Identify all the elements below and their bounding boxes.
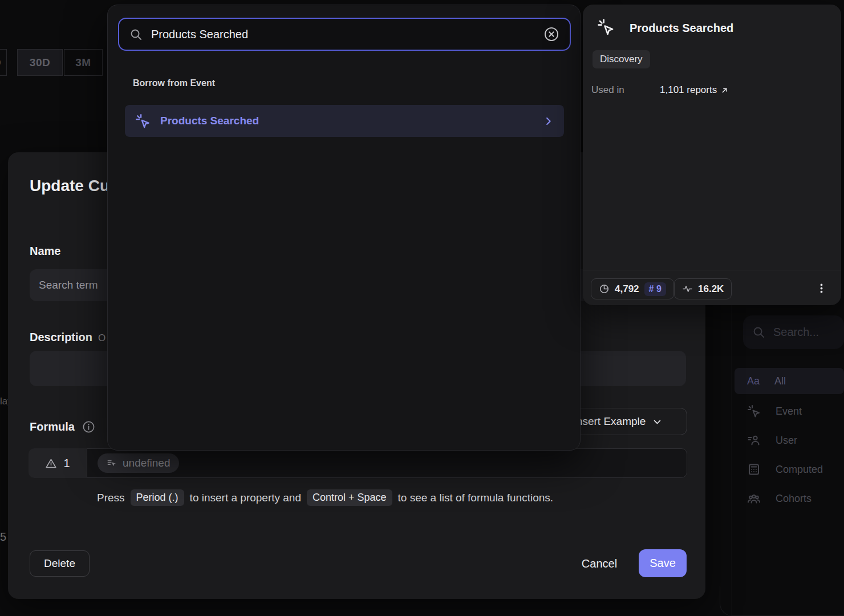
save-button[interactable]: Save [639, 549, 687, 577]
formula-error-indicator[interactable]: 1 [29, 448, 87, 478]
formula-label: Formula [30, 420, 75, 433]
event-result-row[interactable]: Products Searched [125, 105, 564, 137]
search-icon [752, 326, 765, 339]
property-search-input[interactable] [743, 315, 844, 349]
unique-count-chip[interactable]: 4,792 # 9 [591, 278, 674, 299]
rank-badge: # 9 [644, 282, 666, 296]
sidebar-item-label: All [774, 375, 786, 387]
kbd-period: Period (.) [131, 489, 184, 506]
app-screen: D 30D 3M lay 5 Aa All Event User Compute… [0, 0, 844, 616]
description-label: Description [30, 331, 92, 344]
modal-title: Update Cu [30, 177, 109, 195]
sidebar-item-user[interactable]: User [735, 427, 844, 453]
formula-error-count: 1 [63, 457, 70, 470]
used-in-reports-link[interactable]: 1,101 reports [660, 84, 729, 96]
cohorts-icon [747, 492, 761, 505]
time-range-label: 30D [30, 56, 50, 69]
more-options-icon[interactable] [813, 280, 830, 297]
pie-chart-icon [599, 283, 610, 294]
popover-section-label: Borrow from Event [133, 78, 215, 88]
calculator-icon [747, 463, 761, 476]
background-text-fragment: 5 [0, 530, 6, 544]
sidebar-item-cohorts[interactable]: Cohorts [735, 485, 844, 512]
sidebar-item-label: User [776, 435, 797, 447]
sidebar-item-label: Computed [776, 464, 823, 476]
name-label: Name [30, 245, 60, 258]
clear-search-icon[interactable] [543, 26, 559, 42]
hint-text: to insert a property and [190, 492, 301, 504]
event-detail-panel: Products Searched Discovery Used in 1,10… [583, 5, 841, 305]
text-format-icon: Aa [747, 375, 760, 387]
name-value: Search term [39, 279, 98, 291]
insert-example-label: Insert Example [574, 415, 646, 428]
unique-count-value: 4,792 [615, 283, 639, 295]
popover-search-input[interactable] [118, 18, 571, 51]
used-in-value: 1,101 reports [660, 84, 717, 96]
sidebar-item-label: Cohorts [776, 493, 811, 505]
borrow-property-popover: Borrow from Event Products Searched [107, 5, 581, 451]
formula-label-row: Formula [30, 420, 95, 433]
chevron-down-icon [652, 417, 662, 427]
time-range-button-30d[interactable]: 30D [17, 49, 63, 76]
property-search-field[interactable] [773, 326, 844, 339]
time-range-button-7d[interactable]: D [0, 49, 7, 76]
search-icon [129, 28, 143, 41]
sidebar-item-computed[interactable]: Computed [735, 456, 844, 483]
time-range-label: D [0, 56, 1, 69]
popover-search-field[interactable] [151, 28, 535, 41]
sidebar-divider [732, 305, 732, 616]
event-icon [597, 18, 615, 36]
used-in-label: Used in [591, 84, 624, 96]
event-icon [747, 404, 761, 418]
formula-editor[interactable]: undefined [87, 448, 687, 478]
info-icon[interactable] [82, 420, 95, 433]
delete-button[interactable]: Delete [30, 550, 90, 577]
sidebar-item-event[interactable]: Event [735, 398, 844, 424]
activity-icon [682, 283, 693, 294]
event-property-icon [107, 458, 117, 469]
hint-text: Press [97, 492, 125, 504]
event-result-label: Products Searched [160, 115, 259, 127]
description-label-row: Description O [30, 331, 105, 344]
total-count-value: 16.2K [698, 283, 724, 295]
cancel-button[interactable]: Cancel [576, 550, 623, 577]
event-icon [135, 114, 151, 129]
sidebar-item-label: Event [776, 406, 802, 418]
warning-icon [45, 457, 57, 469]
formula-hint: Press Period (.) to insert a property an… [97, 489, 553, 506]
total-count-chip[interactable]: 16.2K [674, 278, 732, 299]
event-title: Products Searched [630, 22, 733, 35]
formula-property-chip[interactable]: undefined [98, 453, 179, 473]
panel-divider [583, 270, 841, 270]
time-range-label: 3M [75, 56, 91, 69]
chevron-right-icon [543, 116, 554, 127]
user-icon [747, 433, 761, 447]
description-optional-label: O [98, 333, 105, 344]
external-link-icon [720, 86, 729, 95]
hint-text: to see a list of formula functions. [398, 492, 553, 504]
kbd-control-space: Control + Space [307, 489, 392, 506]
sidebar-item-all[interactable]: Aa All [735, 368, 844, 394]
background-panel-corner [720, 586, 844, 616]
time-range-button-3m[interactable]: 3M [64, 49, 103, 76]
category-badge: Discovery [593, 50, 650, 68]
formula-chip-label: undefined [123, 457, 170, 469]
